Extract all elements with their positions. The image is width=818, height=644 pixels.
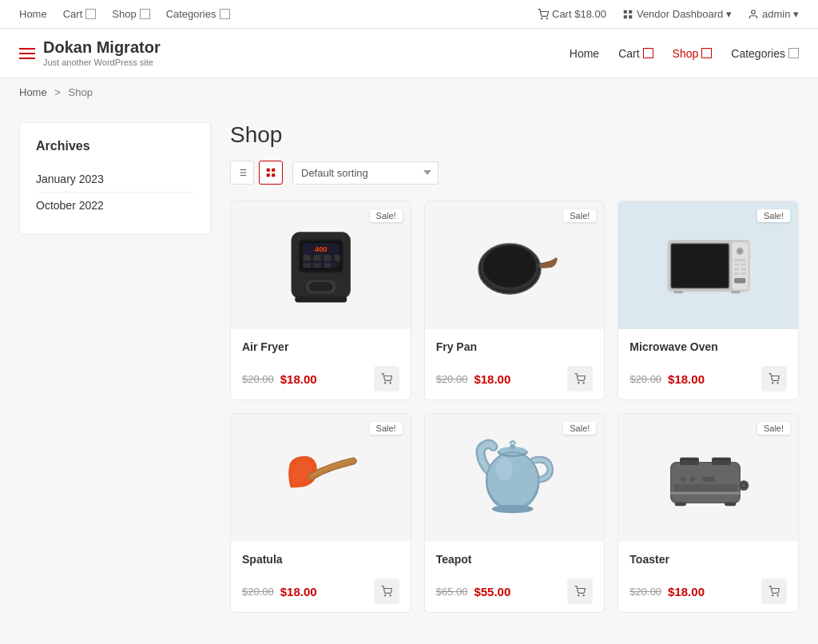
admin-bar-cart[interactable]: Cart (63, 8, 97, 20)
svg-rect-28 (324, 264, 331, 268)
svg-rect-79 (681, 459, 697, 460)
product-image-teapot[interactable]: Sale! (425, 414, 605, 542)
product-info-teapot: Teapot $65.00 $55.00 (425, 542, 605, 612)
cart-amount-item[interactable]: Cart $18.00 (538, 8, 606, 20)
svg-point-94 (777, 595, 778, 596)
sale-badge-spatula: Sale! (370, 422, 403, 435)
shop-title: Shop (230, 122, 799, 148)
breadcrumb-home[interactable]: Home (19, 86, 47, 98)
logo-tagline: Just another WordPress site (43, 57, 161, 68)
archive-item-oct2022[interactable]: October 2022 (36, 193, 194, 218)
product-image-microwave[interactable]: Sale! (618, 201, 798, 329)
product-pricing-toaster: $20.00 $18.00 (629, 578, 787, 604)
nav-home[interactable]: Home (570, 47, 599, 60)
nav-categories-checkbox (788, 48, 799, 58)
add-to-cart-microwave[interactable] (761, 366, 787, 392)
vendor-dashboard-item[interactable]: Vendor Dashboard ▾ (622, 8, 732, 20)
svg-rect-13 (267, 169, 270, 172)
svg-point-93 (772, 595, 773, 596)
svg-point-62 (777, 383, 778, 384)
original-price-airfryer: $20.00 (242, 373, 274, 385)
sale-badge-microwave: Sale! (757, 209, 790, 222)
product-card-spatula: Sale! Spatula (230, 413, 411, 613)
nav-cart[interactable]: Cart (618, 47, 653, 60)
original-price-microwave: $20.00 (629, 373, 661, 385)
product-name-spatula: Spatula (242, 553, 399, 569)
hamburger-icon[interactable] (19, 48, 35, 59)
admin-bar-categories[interactable]: Categories (166, 8, 230, 20)
main-layout: Archives January 2023 October 2022 Shop … (0, 106, 818, 629)
categories-checkbox-icon (220, 9, 230, 19)
svg-point-66 (487, 452, 537, 507)
product-grid: Sale! 400 (230, 201, 799, 613)
list-view-button[interactable] (230, 161, 254, 185)
sale-price-toaster: $18.00 (668, 585, 705, 598)
cart-add-icon-spatula (381, 586, 392, 597)
svg-rect-84 (673, 484, 737, 492)
price-group-frypan: $20.00 $18.00 (436, 372, 511, 386)
svg-rect-57 (741, 272, 745, 275)
logo-text: Dokan Migrator Just another WordPress si… (43, 38, 161, 68)
add-to-cart-airfryer[interactable] (374, 366, 399, 392)
archives-widget: Archives January 2023 October 2022 (19, 122, 211, 235)
add-to-cart-spatula[interactable] (374, 578, 399, 604)
svg-point-86 (689, 477, 694, 482)
admin-bar-left: Home Cart Shop Categories (19, 8, 230, 20)
product-info-spatula: Spatula $20.00 $18.00 (231, 542, 411, 612)
product-image-frypan[interactable]: Sale! (425, 201, 605, 329)
product-image-spatula[interactable]: Sale! (231, 414, 411, 542)
price-group-microwave: $20.00 $18.00 (629, 372, 705, 386)
sale-badge-airfryer: Sale! (370, 209, 403, 222)
product-image-toaster[interactable]: Sale! (618, 414, 798, 542)
sale-price-frypan: $18.00 (474, 372, 510, 386)
sale-price-airfryer: $18.00 (280, 372, 317, 386)
product-name-toaster: Toaster (629, 553, 787, 569)
svg-point-70 (510, 444, 515, 450)
sale-badge-toaster: Sale! (757, 422, 790, 435)
svg-rect-23 (313, 255, 320, 260)
svg-rect-88 (674, 503, 685, 507)
add-to-cart-toaster[interactable] (761, 578, 787, 604)
nav-categories[interactable]: Categories (731, 47, 799, 60)
svg-point-73 (578, 595, 579, 596)
frypan-image (467, 227, 562, 305)
svg-point-74 (583, 595, 584, 596)
product-pricing-frypan: $20.00 $18.00 (436, 366, 594, 392)
grid-view-button[interactable] (259, 161, 283, 185)
cart-add-icon-toaster (768, 586, 780, 597)
svg-point-0 (542, 18, 542, 18)
sidebar: Archives January 2023 October 2022 (19, 122, 211, 613)
archive-item-jan2023[interactable]: January 2023 (36, 166, 194, 193)
user-icon (748, 9, 759, 20)
product-name-microwave: Microwave Oven (629, 340, 787, 356)
product-image-airfryer[interactable]: Sale! 400 (231, 201, 411, 329)
svg-rect-26 (303, 264, 310, 268)
svg-rect-58 (734, 278, 745, 283)
teapot-image (470, 426, 560, 530)
admin-bar-home[interactable]: Home (19, 8, 47, 20)
svg-point-50 (737, 248, 742, 253)
sale-price-teapot: $55.00 (474, 585, 510, 598)
product-pricing-teapot: $65.00 $55.00 (436, 578, 594, 604)
svg-rect-24 (324, 255, 331, 260)
svg-rect-78 (712, 458, 731, 466)
list-icon (236, 167, 248, 178)
svg-rect-90 (670, 492, 741, 495)
cart-add-icon-frypan (574, 373, 586, 384)
main-nav: Home Cart Shop Categories (570, 47, 799, 60)
sale-price-spatula: $18.00 (280, 585, 317, 598)
svg-rect-2 (624, 10, 627, 13)
svg-point-83 (742, 484, 745, 487)
admin-user-item[interactable]: admin ▾ (748, 8, 799, 20)
sale-badge-teapot: Sale! (563, 422, 596, 435)
svg-rect-60 (731, 291, 741, 293)
svg-point-67 (496, 458, 513, 480)
nav-shop[interactable]: Shop (673, 47, 713, 60)
microwave-image (661, 227, 756, 304)
admin-bar-shop[interactable]: Shop (112, 8, 149, 20)
price-group-airfryer: $20.00 $18.00 (242, 372, 317, 386)
sort-select[interactable]: Default sorting Sort by popularity Sort … (292, 161, 439, 185)
svg-rect-25 (334, 255, 340, 260)
add-to-cart-teapot[interactable] (567, 578, 593, 604)
add-to-cart-frypan[interactable] (567, 366, 593, 392)
